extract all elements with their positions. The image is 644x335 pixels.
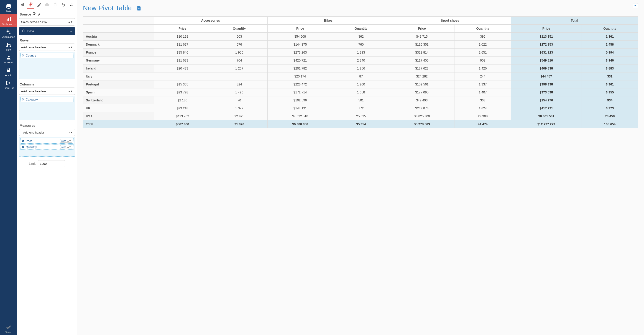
measures-header-select[interactable]: --Add one header-- ▲▼ [19,129,75,136]
style-button[interactable] [35,1,42,8]
cell: 1 058 [333,88,389,96]
sub-col-header: Price [511,25,582,33]
row-header: Denmark [83,41,154,49]
source-select[interactable]: Sales-demo-en.xlsx ▲▼ [19,18,75,26]
cell: 3 883 [582,65,638,73]
cell: $11 633 [154,57,211,65]
measures-dropzone[interactable]: ✕ Price sum▲▼ ✕ Quantity sum▲▼ [19,137,75,157]
rows-dropzone[interactable]: ✕ Country [19,52,75,79]
csv-export-icon[interactable]: csv [137,6,142,11]
sub-col-header: Price [389,25,454,33]
pencil-icon[interactable] [38,12,41,16]
cell: 760 [333,41,389,49]
panel-toolbar [17,0,77,10]
row-pill-country[interactable]: ✕ Country [20,53,74,58]
cell: 35 354 [333,120,389,128]
cell: $144 131 [267,104,333,112]
cell: $373 538 [511,88,582,96]
data-accordion-header[interactable]: Data ⌄ [19,27,75,35]
pill-label: Quantity [26,145,37,149]
database-icon [22,29,26,34]
table-row: Austria$10 128603$54 508362$48 715396$11… [83,33,638,41]
cell: $8 861 581 [511,112,582,120]
nav-item-automation[interactable]: Automation [0,27,17,40]
cell: 22 925 [211,112,267,120]
limit-label: Limit [29,162,36,165]
remove-icon[interactable]: ✕ [22,98,24,101]
nav-sidebar: Data Dashboards Automation Flow Account … [0,0,17,335]
cell: 31 826 [211,120,267,128]
sub-col-header: Quantity [333,25,389,33]
cell: 1 377 [211,104,267,112]
row-header: Italy [83,73,154,81]
nav-label: Sign-Out [4,87,14,89]
nav-label: Account [4,61,13,64]
cell: $113 351 [511,33,582,41]
columns-header-select[interactable]: --Add one header-- ▲▼ [19,88,75,95]
col-pill-category[interactable]: ✕ Category [20,97,74,102]
undo-button[interactable] [60,1,67,8]
measure-pill-quantity[interactable]: ✕ Quantity sum▲▼ [20,144,74,150]
remove-icon[interactable]: ✕ [22,139,24,143]
swap-button[interactable] [68,1,75,8]
cell: $413 762 [154,112,211,120]
remove-icon[interactable]: ✕ [22,54,24,57]
cell: $35 846 [154,49,211,57]
table-row: Spain$23 7281 490$172 7141 058$177 0951 … [83,88,638,96]
limit-input[interactable] [38,160,65,167]
cell: $4 622 518 [267,112,333,120]
nav-item-account[interactable]: Account [0,53,17,65]
cell: 1 200 [333,81,389,88]
pivot-table: AccessoriesBikesSport shoesTotalPriceQua… [83,17,638,128]
cell: $549 810 [511,57,582,65]
config-panel: Source Sales-demo-en.xlsx ▲▼ Data ⌄ Rows… [17,0,77,335]
nav-item-data[interactable]: Data [0,1,17,14]
cols-placeholder: --Add one header-- [21,90,46,93]
nav-item-saved[interactable]: Saved [0,322,17,335]
cell: $154 270 [511,96,582,104]
nav-item-signout[interactable]: Sign-Out [0,78,17,91]
cell: $11 627 [154,41,211,49]
cell: 902 [454,57,511,65]
cell: $249 873 [389,104,454,112]
caret-icon: ▲▼ [68,21,73,23]
chart-type-button[interactable] [19,1,26,8]
table-row: France$35 8461 950$273 2631 393$322 8142… [83,49,638,57]
bar-chart-icon [6,16,12,22]
svg-point-4 [7,31,9,32]
svg-rect-3 [10,17,11,21]
options-dropdown-button[interactable] [632,3,638,8]
nav-label: Flow [6,48,11,51]
cell: $272 953 [511,41,582,49]
settings-button[interactable] [27,1,34,9]
aggregation-select[interactable]: sum▲▼ [60,139,72,143]
measure-pill-price[interactable]: ✕ Price sum▲▼ [20,138,74,144]
cell: 1 393 [333,49,389,57]
cell: 1 950 [211,49,267,57]
cell: 2 340 [333,57,389,65]
rows-header-select[interactable]: --Add one header-- ▲▼ [19,44,75,51]
cell: 1 022 [454,41,511,49]
columns-dropzone[interactable]: ✕ Category [19,96,75,120]
remove-icon[interactable]: ✕ [22,145,24,149]
aggregation-select[interactable]: sum▲▼ [60,145,72,149]
nav-item-dashboards[interactable]: Dashboards [0,14,17,27]
cell: $23 218 [154,104,211,112]
pill-label: Country [26,54,36,57]
rows-section-label: Rows [20,38,74,42]
nav-item-admin[interactable]: Admin [0,65,17,78]
clipboard-button [52,1,59,8]
cell: $187 623 [389,65,454,73]
cell: $20 174 [267,73,333,81]
cell: $2 180 [154,96,211,104]
signout-icon [6,80,12,86]
database-icon [6,3,12,10]
caret-down-icon [634,5,636,7]
cell: $322 814 [389,49,454,57]
nav-item-flow[interactable]: Flow [0,40,17,53]
cell: $20 433 [154,65,211,73]
cell: 603 [211,33,267,41]
cell: 1 256 [333,65,389,73]
cell: $201 782 [267,65,333,73]
edit-icon[interactable] [32,12,36,17]
